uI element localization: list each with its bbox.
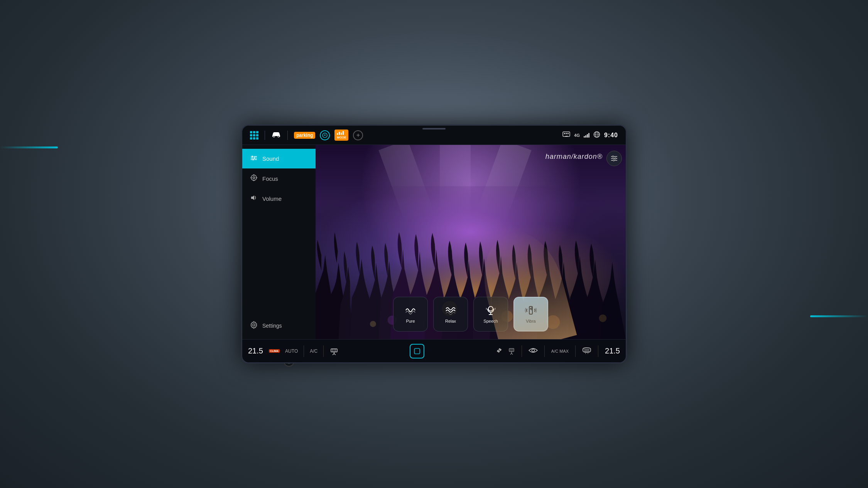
rear-defrost-icon[interactable] (582, 347, 591, 355)
vibra-label: Vibra (526, 319, 535, 323)
svg-point-51 (532, 349, 534, 352)
lte-indicator: 4G (574, 133, 580, 138)
bottom-divider-5 (575, 345, 576, 357)
sidebar-item-focus[interactable]: Focus (242, 168, 316, 189)
parking-badge[interactable]: parking (294, 132, 315, 139)
sidebar-item-volume[interactable]: Volume (242, 189, 316, 209)
svg-rect-6 (564, 133, 565, 134)
svg-point-3 (278, 136, 279, 137)
auto-label[interactable]: AUTO (285, 348, 298, 354)
infotainment-screen: parking MODE + (241, 125, 627, 363)
car-nav-icon[interactable] (271, 131, 281, 140)
sidebar-focus-label: Focus (262, 175, 278, 182)
globe-icon[interactable] (593, 131, 600, 140)
settings-label: Settings (262, 323, 282, 329)
svg-rect-44 (529, 306, 532, 314)
add-button[interactable]: + (353, 130, 363, 140)
car-accent-left (0, 146, 58, 148)
speech-label: Speech (483, 319, 498, 323)
signal-bar-4 (588, 133, 589, 138)
screen-handle (422, 128, 446, 130)
sidebar-volume-label: Volume (262, 195, 282, 202)
bottom-right: A/C MAX 21.5 (495, 345, 620, 357)
svg-point-40 (613, 160, 615, 161)
grid-dot (253, 131, 255, 133)
relax-label: Relax (445, 319, 456, 323)
sound-modes-container: Pure Relax (316, 297, 626, 332)
sound-mode-pure[interactable]: Pure (393, 297, 428, 332)
signal-bars (584, 133, 589, 138)
grid-dot (250, 131, 252, 133)
sound-mode-speech[interactable]: Speech (473, 297, 508, 332)
equalizer-button[interactable] (606, 151, 622, 166)
main-content: harman/kardon® Pure (316, 145, 626, 339)
status-left: parking MODE + (250, 130, 363, 141)
signal-bar-3 (587, 134, 588, 138)
airflow-up-icon[interactable] (508, 346, 515, 356)
bottom-divider-2 (323, 345, 324, 357)
ac-max-label[interactable]: A/C MAX (551, 349, 569, 353)
clima-group: CLIMA (269, 349, 280, 353)
ac-label[interactable]: A/C (310, 348, 317, 354)
brand-label: harman/kardon® (545, 153, 603, 161)
svg-point-49 (498, 350, 500, 351)
grid-dot (256, 137, 258, 140)
sound-mode-vibra[interactable]: Vibra (513, 297, 548, 332)
svg-point-26 (253, 324, 255, 326)
mode-label: MODE (337, 136, 346, 139)
message-icon[interactable] (562, 131, 570, 139)
svg-point-2 (274, 136, 275, 137)
air-distribution-icon[interactable] (329, 346, 339, 357)
svg-rect-8 (567, 133, 569, 134)
volume-icon (250, 194, 258, 203)
bottom-bar: 21.5 CLIMA AUTO A/C (242, 339, 626, 362)
crosshair-icon (250, 174, 258, 183)
svg-point-41 (488, 306, 493, 311)
svg-rect-45 (530, 308, 531, 310)
clock-display: 9:40 (604, 132, 618, 139)
waves-icon (404, 305, 417, 316)
equalizer-icon (250, 154, 258, 163)
grid-dot (250, 137, 252, 140)
pure-label: Pure (406, 319, 415, 323)
sidebar-spacer (242, 209, 316, 316)
svg-point-18 (254, 157, 256, 159)
svg-rect-46 (531, 307, 532, 310)
gear-icon (250, 321, 258, 330)
svg-rect-48 (414, 348, 420, 354)
home-button[interactable] (410, 344, 424, 358)
sidebar-item-sound[interactable]: Sound (242, 149, 316, 168)
svg-point-19 (252, 159, 254, 161)
grid-dot (256, 134, 258, 136)
bottom-divider-4 (544, 345, 545, 357)
sound-mode-relax[interactable]: Relax (433, 297, 468, 332)
waves2-icon (444, 305, 457, 316)
visibility-icon[interactable] (529, 347, 538, 355)
bottom-divider-3 (522, 345, 522, 357)
sidebar-sound-label: Sound (262, 155, 279, 162)
speech-icon (485, 305, 497, 316)
bottom-divider-6 (598, 345, 598, 357)
vibra-icon (525, 305, 537, 316)
svg-point-21 (253, 177, 255, 179)
svg-point-20 (251, 175, 257, 180)
svg-point-38 (612, 156, 614, 157)
fan-icon[interactable] (495, 346, 503, 356)
grid-dot (256, 131, 258, 133)
nav-separator-1 (265, 131, 265, 140)
svg-rect-7 (566, 133, 567, 134)
grid-dot (253, 134, 255, 136)
svg-point-17 (252, 156, 253, 158)
grid-icon[interactable] (250, 131, 258, 140)
navigation-icon[interactable] (320, 130, 330, 140)
mode-button[interactable]: MODE (334, 130, 348, 141)
temp-left-display: 21.5 (248, 347, 263, 355)
clima-badge: CLIMA (269, 349, 280, 353)
sidebar: Sound Focus (242, 145, 316, 339)
sidebar-settings[interactable]: Settings (242, 316, 316, 335)
temp-right-display: 21.5 (605, 347, 620, 355)
grid-dot (253, 137, 255, 140)
signal-bar-2 (585, 135, 586, 138)
status-right: 4G 9:40 (562, 131, 618, 140)
nav-separator-2 (287, 131, 288, 140)
